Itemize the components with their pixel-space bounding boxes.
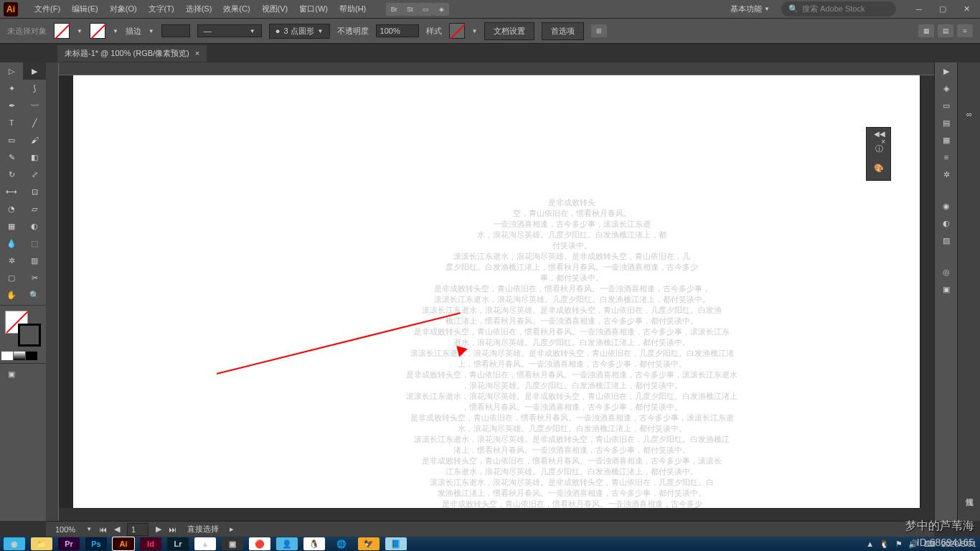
prefs-button[interactable]: 首选项 [542,22,584,40]
free-transform-tool[interactable]: ⊡ [23,183,46,200]
perspective-tool[interactable]: ▱ [23,200,46,217]
swatches-panel-icon[interactable]: ▦ [935,131,958,149]
doc-setup-button[interactable]: 文档设置 [484,22,534,40]
stroke-color[interactable] [18,324,41,347]
taskbar-indesign-icon[interactable]: Id [140,537,161,550]
type-tool[interactable]: T [0,114,23,131]
tray-flag-icon[interactable]: ⚑ [895,540,903,549]
slice-tool[interactable]: ✂ [23,269,46,286]
workspace-switcher[interactable]: 基本功能▼ [725,4,776,14]
gradient-panel-icon[interactable]: ◐ [935,215,958,232]
artboard[interactable]: 是非成败转头空，青山依旧在，惯看秋月春风。一壶浊酒喜相逢，古今多少事，滚滚长江东… [73,75,920,508]
selection-tool[interactable]: ▷ [0,62,23,80]
hand-tool[interactable]: ✋ [0,286,23,303]
panel-icon1[interactable]: ▦ [918,24,934,37]
zoom-level[interactable]: 100% [52,525,79,534]
panel-collapse-icon[interactable]: ◀◀ × [869,130,888,138]
menu-edit[interactable]: 编辑(E) [66,4,104,14]
opacity-input[interactable] [376,24,419,37]
taskbar-premiere-icon[interactable]: Pr [58,537,80,550]
shape-builder-tool[interactable]: ◔ [0,200,23,217]
properties-panel-icon[interactable]: ▶ [935,62,958,80]
taskbar-illustrator-icon[interactable]: Ai [113,537,134,550]
rotate-tool[interactable]: ↻ [0,166,23,183]
paintbrush-tool[interactable]: 🖌 [23,131,46,149]
menu-view[interactable]: 视图(V) [256,4,294,14]
align-icon[interactable]: ⊞ [591,24,607,37]
menu-file[interactable]: 文件(F) [29,4,66,14]
artboard-tool[interactable]: ▢ [0,269,23,286]
window-close[interactable]: ✕ [956,3,976,16]
eraser-tool[interactable]: ◧ [23,149,46,166]
window-minimize[interactable]: ─ [909,3,929,16]
arrange-icon[interactable]: ▭ [418,3,433,16]
symbols-panel-icon[interactable]: ✲ [935,166,958,183]
width-tool[interactable]: ⟷ [0,183,23,200]
stroke-weight[interactable] [161,24,190,37]
panel-color-icon[interactable]: 🎨 [869,159,889,177]
window-restore[interactable]: ▢ [933,3,953,16]
symbol-tool[interactable]: ✲ [0,252,23,269]
blend-tool[interactable]: ⬚ [23,235,46,252]
menu-select[interactable]: 选择(S) [180,4,218,14]
libraries-panel-icon[interactable]: ▭ [935,97,958,114]
taskbar-lightroom-icon[interactable]: Lr [167,537,189,550]
graph-tool[interactable]: ▥ [23,252,46,269]
bridge-icon[interactable]: Br [386,3,402,16]
tray-up-icon[interactable]: ▲ [866,540,874,548]
artboard-number[interactable] [127,523,149,536]
line-tool[interactable]: ╱ [23,114,46,131]
shaper-tool[interactable]: ✎ [0,149,23,166]
eyedropper-tool[interactable]: 💧 [0,235,23,252]
profile-drop[interactable]: ●3 点圆形▼ [269,24,330,39]
style-swatch[interactable] [449,23,465,39]
screen-mode[interactable]: ▣ [0,365,23,382]
direct-selection-tool[interactable]: ▶ [23,62,46,80]
fill-swatch[interactable] [54,23,70,39]
zoom-tool[interactable]: 🔍 [23,286,46,303]
menu-effect[interactable]: 效果(C) [217,4,255,14]
menu-text[interactable]: 文字(T) [143,4,180,14]
document-tab[interactable]: 未标题-1* @ 100% (RGB/像素预览) × [57,45,207,62]
menu-object[interactable]: 对象(O) [104,4,143,14]
ruler-vertical[interactable] [46,62,59,521]
panel-menu-icon[interactable]: ≡ [957,24,973,37]
draw-normal[interactable] [1,352,13,360]
mesh-tool[interactable]: ▦ [0,217,23,235]
draw-inside[interactable] [26,352,37,360]
canvas[interactable]: 是非成败转头空，青山依旧在，惯看秋月春风。一壶浊酒喜相逢，古今多少事，滚滚长江东… [59,75,921,508]
cc-panel-icon[interactable]: ▤ [935,114,958,131]
menu-help[interactable]: 帮助(H) [334,4,372,14]
menu-window[interactable]: 窗口(W) [293,4,334,14]
properties-tab[interactable]: 属性 [958,463,980,521]
stroke-panel-icon[interactable]: ◉ [935,197,958,215]
nav-prev-icon[interactable]: ◀ [114,524,120,534]
curvature-tool[interactable]: 〰 [23,97,46,114]
rectangle-tool[interactable]: ▭ [0,131,23,149]
color-picker[interactable] [5,311,41,347]
taskbar-app1-icon[interactable]: 🔴 [249,537,270,550]
layers-panel-icon[interactable]: ◈ [935,80,958,97]
brushes-panel-icon[interactable]: ≡ [935,149,958,166]
panel-info-icon[interactable]: ⓘ [869,139,889,158]
taskbar-browser-icon[interactable]: ◉ [4,537,25,550]
taskbar-photoshop-icon[interactable]: Ps [85,537,107,550]
scale-tool[interactable]: ⤢ [23,166,46,183]
taskbar-app2-icon[interactable]: 👤 [276,537,298,550]
floating-panel[interactable]: ◀◀ × ⓘ 🎨 [866,127,891,181]
area-type-object[interactable]: 是非成败转头空，青山依旧在，惯看秋月春风。一壶浊酒喜相逢，古今多少事，滚滚长江东… [389,197,755,508]
taskbar-notes-icon[interactable]: 📘 [385,537,407,550]
taskbar-drive-icon[interactable]: ▲ [194,537,216,550]
stroke-swatch[interactable] [90,23,105,39]
pen-tool[interactable]: ✒ [0,97,23,114]
panel-icon2[interactable]: ▤ [938,24,953,37]
graphic-styles-panel-icon[interactable]: ▣ [935,281,958,298]
taskbar-video-icon[interactable]: ▣ [222,537,243,550]
lasso-tool[interactable]: ⟆ [23,80,46,97]
gradient-tool[interactable]: ◐ [23,217,46,235]
nav-last-icon[interactable]: ⏭ [169,525,176,534]
tab-close[interactable]: × [195,49,199,57]
taskbar-explorer-icon[interactable]: 📁 [31,537,52,550]
cc-libraries-icon[interactable]: ∞ [958,105,980,123]
nav-next-icon[interactable]: ▶ [156,524,161,534]
